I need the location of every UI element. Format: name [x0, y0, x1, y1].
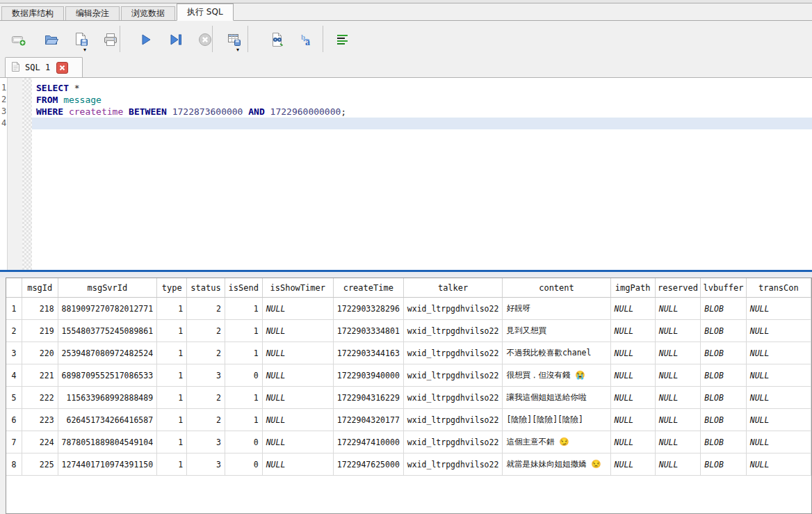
cell-isShowTimer[interactable]: NULL [262, 387, 333, 409]
cell-isSend[interactable]: 1 [225, 320, 262, 342]
cell-type[interactable]: 1 [157, 387, 187, 409]
cell-content[interactable]: 不過我比較喜歡chanel [503, 342, 610, 364]
cell-msgId[interactable]: 224 [22, 431, 58, 453]
cell-isSend[interactable]: 0 [225, 431, 262, 453]
format-sql-button[interactable] [332, 29, 353, 50]
row-number-cell[interactable]: 3 [6, 342, 22, 364]
cell-transCon[interactable]: NULL [746, 320, 811, 342]
cell-talker[interactable]: wxid_ltrpgdhvilso22 [403, 431, 503, 453]
cell-type[interactable]: 1 [157, 298, 187, 320]
cell-createTime[interactable]: 1722904320177 [333, 409, 403, 431]
execute-current-line-button[interactable] [165, 29, 186, 50]
cell-type[interactable]: 1 [157, 342, 187, 364]
cell-isShowTimer[interactable]: NULL [262, 409, 333, 431]
column-header-msgSvrId[interactable]: msgSvrId [58, 278, 157, 298]
column-header-type[interactable]: type [157, 278, 187, 298]
column-header-msgId[interactable]: msgId [22, 278, 58, 298]
cell-imgPath[interactable]: NULL [610, 364, 655, 387]
cell-reserved[interactable]: NULL [655, 364, 700, 387]
cell-imgPath[interactable]: NULL [610, 387, 655, 409]
cell-talker[interactable]: wxid_ltrpgdhvilso22 [403, 364, 503, 387]
cell-type[interactable]: 1 [157, 320, 187, 342]
cell-status[interactable]: 2 [187, 342, 225, 364]
cell-msgSvrId[interactable]: 1554803775245089861 [58, 320, 157, 342]
cell-isShowTimer[interactable]: NULL [262, 342, 333, 364]
cell-isSend[interactable]: 1 [225, 298, 262, 320]
cell-msgId[interactable]: 222 [22, 387, 58, 409]
tab-structure[interactable]: 数据库结构 [1, 6, 64, 20]
row-number-cell[interactable]: 1 [6, 298, 22, 320]
row-number-header[interactable] [6, 278, 22, 298]
cell-msgSvrId[interactable]: 7878051889804549104 [58, 431, 157, 453]
column-header-isSend[interactable]: isSend [225, 278, 262, 298]
cell-imgPath[interactable]: NULL [610, 453, 655, 476]
cell-reserved[interactable]: NULL [655, 298, 700, 320]
cell-status[interactable]: 2 [187, 387, 225, 409]
cell-reserved[interactable]: NULL [655, 387, 700, 409]
row-number-cell[interactable]: 2 [6, 320, 22, 342]
cell-transCon[interactable]: NULL [746, 342, 811, 364]
cell-talker[interactable]: wxid_ltrpgdhvilso22 [403, 387, 503, 409]
cell-type[interactable]: 1 [157, 453, 187, 476]
cell-transCon[interactable]: NULL [746, 387, 811, 409]
cell-lvbuffer[interactable]: BLOB [701, 453, 746, 476]
cell-type[interactable]: 1 [157, 364, 187, 387]
cell-isSend[interactable]: 0 [225, 364, 262, 387]
cell-imgPath[interactable]: NULL [610, 431, 655, 453]
cell-content[interactable]: 好靚呀 [503, 298, 610, 320]
cell-createTime[interactable]: 1722903940000 [333, 364, 403, 387]
cell-status[interactable]: 3 [187, 364, 225, 387]
cell-msgSvrId[interactable]: 115633968992888489 [58, 387, 157, 409]
cell-msgId[interactable]: 219 [22, 320, 58, 342]
cell-isShowTimer[interactable]: NULL [262, 431, 333, 453]
cell-createTime[interactable]: 1722904316229 [333, 387, 403, 409]
find-in-file-button[interactable] [267, 29, 288, 50]
cell-isSend[interactable]: 0 [225, 453, 262, 476]
cell-content[interactable]: 很想買，但沒有錢 😭 [503, 364, 610, 387]
cell-status[interactable]: 2 [187, 320, 225, 342]
row-number-cell[interactable]: 5 [6, 387, 22, 409]
cell-isSend[interactable]: 1 [225, 387, 262, 409]
cell-transCon[interactable]: NULL [746, 453, 811, 476]
cell-isShowTimer[interactable]: NULL [262, 453, 333, 476]
column-header-content[interactable]: content [503, 278, 610, 298]
cell-content[interactable]: 就當是妹妹向姐姐撒嬌 😒 [503, 453, 610, 476]
column-header-transCon[interactable]: transCon [746, 278, 811, 298]
cell-content[interactable]: 讓我這個姐姐送給你啦 [503, 387, 610, 409]
tab-browse[interactable]: 浏览数据 [121, 6, 175, 20]
cell-status[interactable]: 3 [187, 453, 225, 476]
cell-imgPath[interactable]: NULL [610, 409, 655, 431]
column-header-lvbuffer[interactable]: lvbuffer [701, 278, 746, 298]
cell-reserved[interactable]: NULL [655, 409, 700, 431]
column-header-reserved[interactable]: reserved [655, 278, 700, 298]
execute-all-button[interactable] [135, 29, 156, 50]
row-number-cell[interactable]: 8 [6, 453, 22, 476]
cell-isSend[interactable]: 1 [225, 409, 262, 431]
column-header-status[interactable]: status [187, 278, 225, 298]
results-grid[interactable]: msgIdmsgSvrIdtypestatusisSendisShowTimer… [6, 278, 812, 514]
cell-status[interactable]: 2 [187, 409, 225, 431]
export-results-button[interactable] [224, 29, 245, 50]
cell-imgPath[interactable]: NULL [610, 298, 655, 320]
cell-transCon[interactable]: NULL [746, 364, 811, 387]
cell-isShowTimer[interactable]: NULL [262, 320, 333, 342]
cell-content[interactable]: [陰險][陰險][陰險] [503, 409, 610, 431]
cell-msgSvrId[interactable]: 626451734266416587 [58, 409, 157, 431]
cell-createTime[interactable]: 1722947410000 [333, 431, 403, 453]
cell-type[interactable]: 1 [157, 431, 187, 453]
row-number-cell[interactable]: 4 [6, 364, 22, 387]
cell-type[interactable]: 1 [157, 409, 187, 431]
open-sql-file-button[interactable] [40, 29, 61, 50]
editor-line-3[interactable]: 3WHERE createtime BETWEEN 1722873600000 … [0, 106, 812, 118]
cell-msgId[interactable]: 223 [22, 409, 58, 431]
cell-talker[interactable]: wxid_ltrpgdhvilso22 [403, 453, 503, 476]
cell-isSend[interactable]: 1 [225, 342, 262, 364]
cell-createTime[interactable]: 1722903344163 [333, 342, 403, 364]
cell-msgSvrId[interactable]: 1274401710974391150 [58, 453, 157, 476]
cell-status[interactable]: 3 [187, 431, 225, 453]
cell-msgId[interactable]: 221 [22, 364, 58, 387]
tab-pragmas[interactable]: 编辑杂注 [65, 6, 120, 20]
cell-msgSvrId[interactable]: 2539487080972482524 [58, 342, 157, 364]
cell-lvbuffer[interactable]: BLOB [701, 364, 746, 387]
cell-imgPath[interactable]: NULL [610, 342, 655, 364]
